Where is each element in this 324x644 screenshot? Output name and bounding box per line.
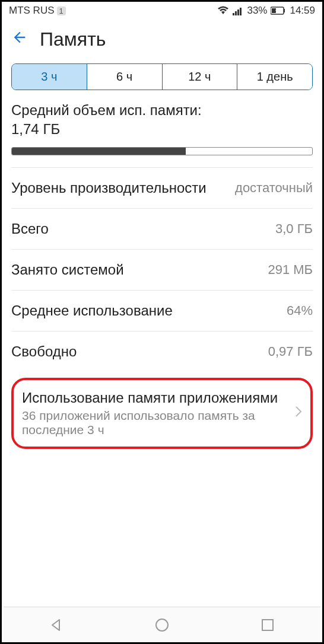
signal-icon bbox=[233, 6, 243, 15]
svg-rect-2 bbox=[237, 9, 239, 15]
clock: 14:59 bbox=[290, 5, 315, 17]
svg-rect-3 bbox=[240, 8, 242, 15]
row-total: Всего 3,0 ГБ bbox=[11, 208, 313, 249]
avg-memory-label: Средний объем исп. памяти: bbox=[11, 102, 313, 119]
status-bar: MTS RUS 1 33% 14:59 bbox=[2, 2, 322, 18]
time-range-segmented: 3 ч 6 ч 12 ч 1 день bbox=[11, 63, 313, 90]
system-value: 291 МБ bbox=[268, 262, 313, 278]
memory-progress-fill bbox=[12, 148, 186, 155]
nav-recent-button[interactable] bbox=[260, 617, 275, 633]
svg-rect-5 bbox=[284, 9, 285, 12]
total-label: Всего bbox=[11, 221, 49, 237]
avg-memory-value: 1,74 ГБ bbox=[11, 121, 313, 138]
app-usage-subtitle: 36 приложений использовало память за пос… bbox=[22, 409, 290, 437]
segment-12h[interactable]: 12 ч bbox=[163, 64, 238, 90]
memory-progress-bar bbox=[11, 147, 313, 155]
carrier-label: MTS RUS bbox=[9, 5, 55, 17]
nav-home-button[interactable] bbox=[154, 617, 170, 633]
segment-1day[interactable]: 1 день bbox=[237, 64, 312, 90]
total-value: 3,0 ГБ bbox=[275, 221, 313, 237]
svg-rect-0 bbox=[233, 13, 234, 15]
free-label: Свободно bbox=[11, 343, 77, 360]
app-usage-title: Использование памяти приложениями bbox=[22, 390, 290, 406]
avg-use-label: Среднее использование bbox=[11, 302, 173, 319]
wifi-icon bbox=[217, 6, 229, 15]
row-system: Занято системой 291 МБ bbox=[11, 249, 313, 290]
app-memory-usage-item[interactable]: Использование памяти приложениями 36 при… bbox=[11, 378, 313, 449]
navigation-bar bbox=[4, 607, 320, 642]
performance-value: достаточный bbox=[235, 180, 313, 196]
header: Память bbox=[2, 18, 322, 59]
battery-icon bbox=[271, 7, 286, 15]
system-label: Занято системой bbox=[11, 262, 124, 278]
performance-label: Уровень производительности bbox=[11, 180, 207, 196]
free-value: 0,97 ГБ bbox=[268, 344, 313, 359]
back-arrow-icon[interactable] bbox=[11, 29, 28, 50]
svg-rect-1 bbox=[235, 11, 237, 15]
page-title: Память bbox=[40, 28, 106, 50]
segment-3h[interactable]: 3 ч bbox=[12, 64, 87, 90]
row-avg-use: Среднее использование 64% bbox=[11, 290, 313, 331]
svg-rect-6 bbox=[272, 8, 276, 13]
avg-use-value: 64% bbox=[287, 303, 313, 318]
row-performance: Уровень производительности достаточный bbox=[11, 167, 313, 208]
segment-6h[interactable]: 6 ч bbox=[87, 64, 163, 90]
battery-percent: 33% bbox=[247, 5, 267, 17]
nav-back-button[interactable] bbox=[49, 617, 64, 633]
sim-badge: 1 bbox=[57, 7, 66, 15]
chevron-right-icon bbox=[295, 406, 302, 421]
row-free: Свободно 0,97 ГБ bbox=[11, 331, 313, 372]
